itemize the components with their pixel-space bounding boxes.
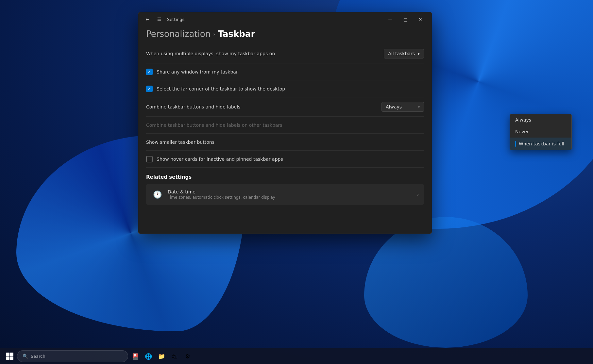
dropdown-option-never[interactable]: Never	[510, 126, 571, 138]
window-controls: — □ ✕	[383, 14, 428, 25]
hover-cards-row: Show hover cards for inactive and pinned…	[146, 151, 424, 168]
date-time-desc: Time zones, automatic clock settings, ca…	[168, 195, 412, 200]
breadcrumb: Personalization › Taskbar	[138, 26, 432, 44]
titlebar-nav: ← ☰	[142, 14, 164, 25]
hover-cards-checkbox[interactable]	[146, 156, 153, 162]
widgets-icon[interactable]: 🎴	[129, 350, 141, 362]
breadcrumb-parent[interactable]: Personalization	[146, 29, 211, 39]
all-taskbars-value: All taskbars	[388, 51, 415, 56]
combine-buttons-row: Combine taskbar buttons and hide labels …	[146, 97, 424, 117]
combine-buttons-caret: ▾	[418, 105, 420, 109]
share-window-label: Share any window from my taskbar	[157, 69, 424, 74]
breadcrumb-current: Taskbar	[218, 29, 255, 39]
date-time-text: Date & time Time zones, automatic clock …	[168, 189, 412, 200]
search-icon: 🔍	[23, 354, 28, 359]
content-area: When using multiple displays, show my ta…	[138, 44, 432, 230]
share-window-checkbox[interactable]	[146, 69, 153, 75]
combine-other-row: Combine taskbar buttons and hide labels …	[146, 117, 424, 134]
settings-window: ← ☰ Settings — □ ✕ Personalization › Tas…	[138, 12, 432, 234]
dropdown-always-label: Always	[515, 117, 531, 123]
settings-taskbar-icon[interactable]: ⚙	[182, 350, 194, 362]
taskbar: 🔍 Search 🎴 🌐 📁 🛍 ⚙	[0, 348, 593, 364]
combine-other-label: Combine taskbar buttons and hide labels …	[146, 123, 424, 128]
combine-buttons-dropdown-menu: Always Never When taskbar is full	[510, 114, 572, 150]
breadcrumb-separator: ›	[213, 31, 215, 37]
far-corner-label: Select the far corner of the taskbar to …	[157, 86, 424, 91]
start-icon	[6, 353, 13, 360]
taskbar-search[interactable]: 🔍 Search	[17, 350, 128, 362]
selection-indicator	[515, 141, 516, 147]
related-settings-title: Related settings	[146, 168, 424, 184]
all-taskbars-caret: ▾	[417, 51, 420, 56]
combine-buttons-label: Combine taskbar buttons and hide labels	[146, 104, 381, 109]
back-button[interactable]: ←	[142, 14, 153, 25]
far-corner-row: Select the far corner of the taskbar to …	[146, 80, 424, 97]
date-time-item[interactable]: 🕐 Date & time Time zones, automatic cloc…	[146, 184, 424, 205]
dropdown-option-when-full[interactable]: When taskbar is full	[510, 138, 571, 150]
menu-button[interactable]: ☰	[154, 14, 164, 25]
all-taskbars-dropdown[interactable]: All taskbars ▾	[384, 49, 424, 58]
combine-buttons-dropdown[interactable]: Always ▾	[381, 102, 424, 112]
search-text: Search	[31, 354, 45, 359]
far-corner-checkbox[interactable]	[146, 86, 153, 92]
multiple-displays-row: When using multiple displays, show my ta…	[146, 44, 424, 63]
store-icon[interactable]: 🛍	[169, 350, 180, 362]
close-button[interactable]: ✕	[413, 14, 428, 25]
edge-icon[interactable]: 🌐	[143, 350, 154, 362]
maximize-button[interactable]: □	[398, 14, 413, 25]
window-titlebar: ← ☰ Settings — □ ✕	[138, 12, 432, 26]
dropdown-when-full-label: When taskbar is full	[519, 141, 564, 146]
explorer-icon[interactable]: 📁	[156, 350, 167, 362]
start-button[interactable]	[4, 350, 16, 362]
dropdown-option-always[interactable]: Always	[510, 114, 571, 126]
date-time-icon: 🕐	[151, 189, 163, 200]
share-window-row: Share any window from my taskbar	[146, 63, 424, 80]
combine-buttons-value: Always	[386, 104, 402, 109]
multiple-displays-label: When using multiple displays, show my ta…	[146, 51, 384, 56]
window-title: Settings	[167, 17, 380, 22]
minimize-button[interactable]: —	[383, 14, 398, 25]
smaller-buttons-row: Show smaller taskbar buttons	[146, 134, 424, 151]
smaller-buttons-label: Show smaller taskbar buttons	[146, 140, 424, 145]
date-time-title: Date & time	[168, 189, 412, 194]
date-time-chevron: ›	[417, 192, 419, 197]
hover-cards-label: Show hover cards for inactive and pinned…	[157, 157, 424, 162]
dropdown-never-label: Never	[515, 129, 529, 134]
